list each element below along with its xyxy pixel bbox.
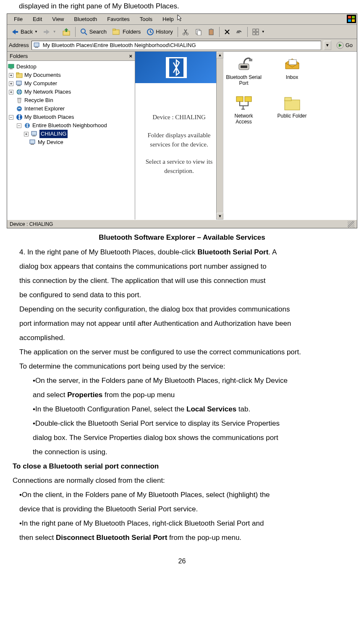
menu-favorites[interactable]: Favorites <box>102 15 134 24</box>
device-icon <box>31 131 38 137</box>
folders-header-label: Folders <box>10 53 28 59</box>
tree-ie[interactable]: Internet Explorer <box>8 105 134 113</box>
document-body: 4. In the right pane of My Bluetooth Pla… <box>4 244 360 546</box>
tree-entire[interactable]: −Entire Bluetooth Neighborhood <box>8 121 134 130</box>
collapse-icon[interactable]: − <box>17 123 21 128</box>
tree-label: Internet Explorer <box>24 105 65 113</box>
paste-button[interactable] <box>205 27 217 37</box>
search-button[interactable]: Search <box>78 27 109 37</box>
svg-rect-16 <box>253 29 255 31</box>
tree-label: My Network Places <box>24 88 71 96</box>
svg-rect-23 <box>8 64 14 68</box>
service-inbox[interactable]: Inbox <box>274 56 310 86</box>
heading: To close a Bluetooth serial port connect… <box>13 459 351 474</box>
service-serial-port[interactable]: Bluetooth Serial Port <box>226 56 262 86</box>
copy-button[interactable] <box>193 27 204 37</box>
svg-rect-17 <box>256 29 259 31</box>
service-label: Inbox <box>274 74 310 80</box>
tree-mydocs[interactable]: +My Documents <box>8 71 134 79</box>
bullet: dialog box. The Service Properties dialo… <box>13 431 351 445</box>
service-network-access[interactable]: Network Access <box>226 94 262 125</box>
bullet: •On the client, in the Folders pane of M… <box>13 488 351 502</box>
collapse-icon[interactable]: − <box>9 115 13 120</box>
info-device-label: Device : CHIALING <box>139 113 220 122</box>
panes: Folders × Desktop +My Documents +My Comp… <box>7 52 357 220</box>
tree-chialing[interactable]: +CHIALING <box>8 130 134 138</box>
cut-button[interactable] <box>180 27 192 37</box>
tree-mycomp[interactable]: +My Computer <box>8 79 134 88</box>
expand-icon[interactable]: + <box>24 132 29 136</box>
network-icon <box>16 89 23 95</box>
scrollbar[interactable]: ▲ ▼ <box>216 52 223 220</box>
separator <box>219 27 220 37</box>
folders-label: Folders <box>123 29 141 35</box>
folders-close-icon[interactable]: × <box>129 53 132 59</box>
svg-rect-27 <box>16 81 21 85</box>
tree-recycle[interactable]: Recycle Bin <box>8 96 134 105</box>
bullet: •In the right pane of My Bluetooth Place… <box>13 516 351 531</box>
resize-grip-icon[interactable] <box>348 221 354 228</box>
views-button[interactable]: ▼ <box>250 27 267 37</box>
bullet: •In the Bluetooth Configuration Panel, s… <box>13 402 351 416</box>
scroll-up-icon[interactable]: ▲ <box>217 52 223 58</box>
forward-button[interactable]: ▼ <box>41 27 59 37</box>
service-public-folder[interactable]: Public Folder <box>274 94 310 125</box>
info-text: Device : CHIALING Folder displays availa… <box>135 83 223 180</box>
status-bar: Device : CHIALING <box>7 220 357 228</box>
services-pane: Bluetooth Serial Port Inbox Network Acce… <box>223 52 357 220</box>
expand-icon[interactable]: + <box>9 73 13 78</box>
up-folder-icon <box>62 28 71 36</box>
svg-rect-41 <box>249 59 252 61</box>
toolbar: Back ▼ ▼ Search Folders History <box>7 25 357 39</box>
address-bar: Address My Bluetooth Places\Entire Bluet… <box>7 39 357 52</box>
address-input[interactable]: My Bluetooth Places\Entire Bluetooth Nei… <box>31 41 321 50</box>
para: be configured to send data to this port. <box>13 288 351 302</box>
menu-view[interactable]: View <box>47 15 69 24</box>
svg-rect-35 <box>32 136 36 136</box>
para: port information may not appear until af… <box>13 317 351 331</box>
svg-rect-34 <box>31 131 37 135</box>
address-dropdown[interactable]: ▼ <box>324 41 331 50</box>
svg-line-6 <box>85 33 87 35</box>
menu-bluetooth[interactable]: Bluetooth <box>69 15 102 24</box>
windows-logo-icon <box>347 15 356 23</box>
tree-mydevice[interactable]: My Device <box>8 138 134 147</box>
go-button[interactable]: Go <box>334 42 355 49</box>
para: To determine the communications port bei… <box>13 359 351 374</box>
tree-btplaces[interactable]: −My Bluetooth Places <box>8 113 134 121</box>
go-icon <box>336 42 344 49</box>
svg-rect-21 <box>35 47 38 48</box>
tree-label: Recycle Bin <box>24 96 53 105</box>
svg-rect-15 <box>210 29 212 30</box>
svg-rect-19 <box>256 32 259 35</box>
back-button[interactable]: Back ▼ <box>9 27 40 37</box>
menu-edit[interactable]: Edit <box>28 15 47 24</box>
up-button[interactable] <box>60 27 73 37</box>
tree-label: My Documents <box>24 71 61 79</box>
history-button[interactable]: History <box>144 27 175 37</box>
network-access-icon <box>235 95 253 111</box>
para: this connection by the client. The appli… <box>13 274 351 288</box>
figure-caption: Bluetooth Software Explorer – Available … <box>4 229 360 244</box>
search-icon <box>80 28 88 36</box>
tree-desktop[interactable]: Desktop <box>8 63 134 71</box>
bluetooth-icon <box>16 114 23 120</box>
menu-help[interactable]: Help <box>157 15 179 24</box>
service-label: Network Access <box>226 113 262 125</box>
history-label: History <box>156 29 173 35</box>
tree-mynet[interactable]: +My Network Places <box>8 88 134 96</box>
scroll-down-icon[interactable]: ▼ <box>217 213 223 220</box>
scroll-track[interactable] <box>217 58 223 213</box>
expand-icon[interactable]: + <box>9 90 13 94</box>
undo-button[interactable] <box>233 27 245 37</box>
svg-rect-2 <box>348 19 351 22</box>
undo-icon <box>236 29 243 35</box>
delete-button[interactable] <box>222 28 233 36</box>
menu-tools[interactable]: Tools <box>135 15 157 24</box>
folders-button[interactable]: Folders <box>110 27 143 37</box>
expand-icon[interactable]: + <box>9 81 13 86</box>
service-label: Public Folder <box>274 113 310 119</box>
explorer-screenshot: File Edit View Bluetooth Favorites Tools… <box>7 13 357 228</box>
menu-file[interactable]: File <box>9 15 28 24</box>
tree-label: CHIALING <box>39 130 68 138</box>
